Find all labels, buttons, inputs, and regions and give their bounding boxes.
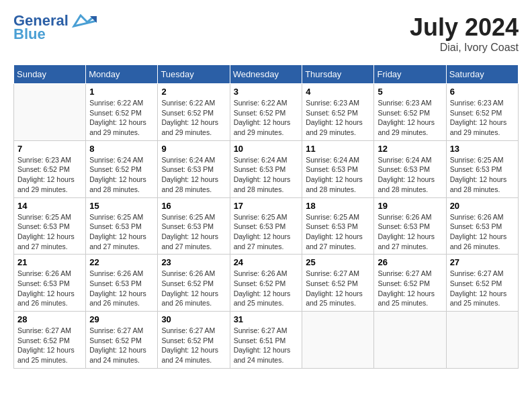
day-info: Sunrise: 6:25 AM Sunset: 6:53 PM Dayligh… bbox=[450, 155, 515, 195]
logo: General Blue bbox=[13, 13, 97, 43]
day-number: 12 bbox=[378, 144, 442, 154]
calendar-cell: 1Sunrise: 6:22 AM Sunset: 6:52 PM Daylig… bbox=[86, 84, 158, 141]
day-number: 25 bbox=[306, 257, 370, 267]
day-info: Sunrise: 6:27 AM Sunset: 6:52 PM Dayligh… bbox=[17, 326, 82, 365]
day-info: Sunrise: 6:22 AM Sunset: 6:52 PM Dayligh… bbox=[234, 98, 299, 138]
day-number: 10 bbox=[234, 144, 299, 154]
day-number: 9 bbox=[161, 144, 226, 154]
day-number: 19 bbox=[378, 201, 442, 211]
day-info: Sunrise: 6:26 AM Sunset: 6:53 PM Dayligh… bbox=[17, 269, 82, 308]
day-number: 8 bbox=[89, 144, 154, 154]
calendar-cell bbox=[446, 312, 518, 369]
calendar-cell: 14Sunrise: 6:25 AM Sunset: 6:53 PM Dayli… bbox=[14, 197, 86, 255]
day-info: Sunrise: 6:26 AM Sunset: 6:52 PM Dayligh… bbox=[234, 269, 299, 308]
day-header-sunday: Sunday bbox=[14, 65, 86, 84]
calendar-cell bbox=[374, 312, 446, 369]
day-number: 24 bbox=[234, 257, 299, 267]
calendar-cell: 8Sunrise: 6:24 AM Sunset: 6:52 PM Daylig… bbox=[86, 140, 158, 197]
location-subtitle: Diai, Ivory Coast bbox=[410, 42, 519, 54]
calendar-table: SundayMondayTuesdayWednesdayThursdayFrid… bbox=[13, 64, 519, 369]
calendar-cell: 29Sunrise: 6:27 AM Sunset: 6:52 PM Dayli… bbox=[86, 312, 158, 369]
calendar-cell: 21Sunrise: 6:26 AM Sunset: 6:53 PM Dayli… bbox=[14, 255, 86, 312]
day-header-friday: Friday bbox=[374, 65, 446, 84]
day-info: Sunrise: 6:27 AM Sunset: 6:52 PM Dayligh… bbox=[89, 326, 154, 365]
calendar-cell: 11Sunrise: 6:24 AM Sunset: 6:53 PM Dayli… bbox=[302, 140, 374, 197]
calendar-cell: 7Sunrise: 6:23 AM Sunset: 6:52 PM Daylig… bbox=[14, 140, 86, 197]
day-info: Sunrise: 6:26 AM Sunset: 6:53 PM Dayligh… bbox=[450, 212, 515, 252]
day-info: Sunrise: 6:27 AM Sunset: 6:52 PM Dayligh… bbox=[450, 269, 515, 308]
title-area: July 2024 Diai, Ivory Coast bbox=[410, 13, 519, 54]
calendar-cell: 10Sunrise: 6:24 AM Sunset: 6:53 PM Dayli… bbox=[230, 140, 302, 197]
calendar-cell: 3Sunrise: 6:22 AM Sunset: 6:52 PM Daylig… bbox=[230, 84, 302, 141]
day-header-monday: Monday bbox=[86, 65, 158, 84]
page-header: General Blue July 2024 Diai, Ivory Coast bbox=[13, 13, 519, 54]
day-number: 26 bbox=[378, 257, 442, 267]
week-row-4: 21Sunrise: 6:26 AM Sunset: 6:53 PM Dayli… bbox=[14, 255, 519, 312]
calendar-cell bbox=[302, 312, 374, 369]
day-info: Sunrise: 6:27 AM Sunset: 6:51 PM Dayligh… bbox=[234, 326, 299, 365]
day-number: 7 bbox=[17, 144, 82, 154]
calendar-cell: 28Sunrise: 6:27 AM Sunset: 6:52 PM Dayli… bbox=[14, 312, 86, 369]
day-number: 30 bbox=[161, 314, 226, 324]
day-number: 17 bbox=[234, 201, 299, 211]
day-info: Sunrise: 6:27 AM Sunset: 6:52 PM Dayligh… bbox=[306, 269, 370, 308]
day-info: Sunrise: 6:25 AM Sunset: 6:53 PM Dayligh… bbox=[234, 212, 299, 252]
day-number: 1 bbox=[89, 87, 154, 97]
day-number: 4 bbox=[306, 87, 370, 97]
calendar-cell: 20Sunrise: 6:26 AM Sunset: 6:53 PM Dayli… bbox=[446, 197, 518, 255]
calendar-cell: 13Sunrise: 6:25 AM Sunset: 6:53 PM Dayli… bbox=[446, 140, 518, 197]
day-header-wednesday: Wednesday bbox=[230, 65, 302, 84]
calendar-cell: 26Sunrise: 6:27 AM Sunset: 6:52 PM Dayli… bbox=[374, 255, 446, 312]
day-info: Sunrise: 6:22 AM Sunset: 6:52 PM Dayligh… bbox=[89, 98, 154, 138]
logo-icon bbox=[71, 14, 97, 28]
day-header-thursday: Thursday bbox=[302, 65, 374, 84]
day-number: 18 bbox=[306, 201, 370, 211]
calendar-cell: 6Sunrise: 6:23 AM Sunset: 6:52 PM Daylig… bbox=[446, 84, 518, 141]
week-row-2: 7Sunrise: 6:23 AM Sunset: 6:52 PM Daylig… bbox=[14, 140, 519, 197]
day-info: Sunrise: 6:23 AM Sunset: 6:52 PM Dayligh… bbox=[450, 98, 515, 138]
day-number: 11 bbox=[306, 144, 370, 154]
day-info: Sunrise: 6:25 AM Sunset: 6:53 PM Dayligh… bbox=[306, 212, 370, 252]
day-header-saturday: Saturday bbox=[446, 65, 518, 84]
week-row-3: 14Sunrise: 6:25 AM Sunset: 6:53 PM Dayli… bbox=[14, 197, 519, 255]
day-info: Sunrise: 6:26 AM Sunset: 6:53 PM Dayligh… bbox=[378, 212, 442, 252]
calendar-cell: 5Sunrise: 6:23 AM Sunset: 6:52 PM Daylig… bbox=[374, 84, 446, 141]
calendar-cell: 9Sunrise: 6:24 AM Sunset: 6:53 PM Daylig… bbox=[158, 140, 230, 197]
day-number: 5 bbox=[378, 87, 442, 97]
day-info: Sunrise: 6:24 AM Sunset: 6:53 PM Dayligh… bbox=[234, 155, 299, 195]
day-number: 6 bbox=[450, 87, 515, 97]
calendar-cell: 19Sunrise: 6:26 AM Sunset: 6:53 PM Dayli… bbox=[374, 197, 446, 255]
calendar-cell: 18Sunrise: 6:25 AM Sunset: 6:53 PM Dayli… bbox=[302, 197, 374, 255]
calendar-cell: 2Sunrise: 6:22 AM Sunset: 6:52 PM Daylig… bbox=[158, 84, 230, 141]
day-info: Sunrise: 6:23 AM Sunset: 6:52 PM Dayligh… bbox=[378, 98, 442, 138]
day-number: 29 bbox=[89, 314, 154, 324]
day-number: 16 bbox=[161, 201, 226, 211]
day-info: Sunrise: 6:24 AM Sunset: 6:53 PM Dayligh… bbox=[306, 155, 370, 195]
day-info: Sunrise: 6:26 AM Sunset: 6:52 PM Dayligh… bbox=[161, 269, 226, 308]
calendar-cell: 30Sunrise: 6:27 AM Sunset: 6:52 PM Dayli… bbox=[158, 312, 230, 369]
day-info: Sunrise: 6:23 AM Sunset: 6:52 PM Dayligh… bbox=[17, 155, 82, 195]
calendar-cell: 24Sunrise: 6:26 AM Sunset: 6:52 PM Dayli… bbox=[230, 255, 302, 312]
calendar-cell: 25Sunrise: 6:27 AM Sunset: 6:52 PM Dayli… bbox=[302, 255, 374, 312]
calendar-header-row: SundayMondayTuesdayWednesdayThursdayFrid… bbox=[14, 65, 519, 84]
calendar-body: 1Sunrise: 6:22 AM Sunset: 6:52 PM Daylig… bbox=[14, 84, 519, 369]
calendar-cell: 22Sunrise: 6:26 AM Sunset: 6:53 PM Dayli… bbox=[86, 255, 158, 312]
day-info: Sunrise: 6:24 AM Sunset: 6:53 PM Dayligh… bbox=[378, 155, 442, 195]
day-number: 23 bbox=[161, 257, 226, 267]
calendar-cell: 12Sunrise: 6:24 AM Sunset: 6:53 PM Dayli… bbox=[374, 140, 446, 197]
month-title: July 2024 bbox=[410, 13, 519, 42]
day-header-tuesday: Tuesday bbox=[158, 65, 230, 84]
calendar-cell: 23Sunrise: 6:26 AM Sunset: 6:52 PM Dayli… bbox=[158, 255, 230, 312]
day-number: 2 bbox=[161, 87, 226, 97]
week-row-1: 1Sunrise: 6:22 AM Sunset: 6:52 PM Daylig… bbox=[14, 84, 519, 141]
day-info: Sunrise: 6:26 AM Sunset: 6:53 PM Dayligh… bbox=[89, 269, 154, 308]
calendar-cell: 15Sunrise: 6:25 AM Sunset: 6:53 PM Dayli… bbox=[86, 197, 158, 255]
calendar-cell: 27Sunrise: 6:27 AM Sunset: 6:52 PM Dayli… bbox=[446, 255, 518, 312]
day-number: 21 bbox=[17, 257, 82, 267]
day-info: Sunrise: 6:22 AM Sunset: 6:52 PM Dayligh… bbox=[161, 98, 226, 138]
day-info: Sunrise: 6:25 AM Sunset: 6:53 PM Dayligh… bbox=[17, 212, 82, 252]
day-number: 3 bbox=[234, 87, 299, 97]
day-number: 28 bbox=[17, 314, 82, 324]
logo-blue: Blue bbox=[13, 26, 46, 43]
day-number: 13 bbox=[450, 144, 515, 154]
